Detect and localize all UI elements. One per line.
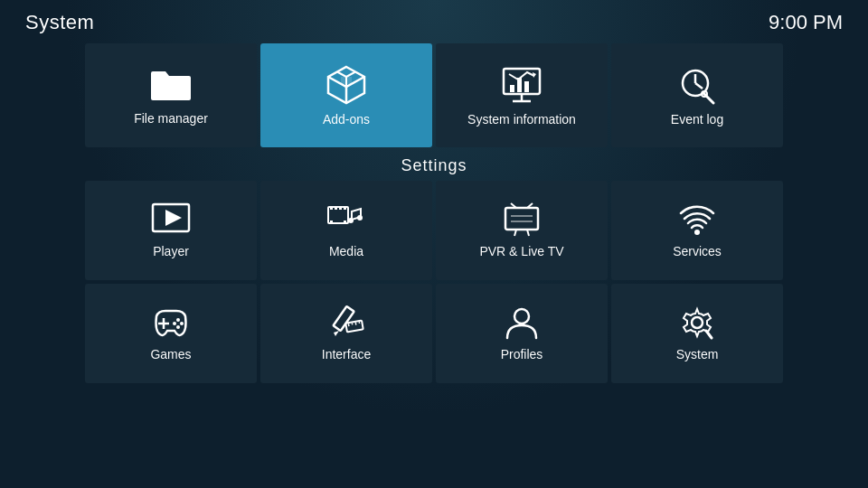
svg-point-40	[176, 325, 180, 329]
tile-games-label: Games	[150, 347, 191, 361]
settings-section-label: Settings	[0, 156, 868, 175]
tile-system-information-label: System information	[467, 112, 576, 127]
tile-system-information[interactable]: System information	[436, 43, 608, 147]
svg-rect-41	[333, 306, 354, 331]
svg-line-13	[695, 83, 703, 89]
header: System 9:00 PM	[0, 0, 868, 42]
play-icon	[151, 202, 191, 237]
svg-marker-17	[165, 210, 182, 226]
svg-rect-27	[505, 208, 538, 230]
tile-add-ons-label: Add-ons	[323, 112, 370, 127]
tv-icon	[502, 202, 542, 237]
svg-rect-21	[339, 207, 342, 210]
pencil-icon	[326, 305, 366, 340]
svg-point-48	[514, 309, 529, 324]
tile-system[interactable]: System	[611, 284, 783, 383]
wifi-icon	[677, 202, 717, 237]
app-title: System	[25, 11, 94, 34]
tile-interface-label: Interface	[322, 347, 371, 361]
clock: 9:00 PM	[769, 11, 843, 34]
svg-rect-9	[524, 81, 529, 92]
svg-rect-22	[344, 207, 346, 210]
tile-player-label: Player	[153, 244, 189, 258]
tile-pvr-live-tv-label: PVR & Live TV	[479, 244, 563, 258]
tile-interface[interactable]: Interface	[260, 284, 432, 383]
tile-services[interactable]: Services	[611, 181, 783, 280]
folder-icon	[149, 66, 193, 104]
svg-point-39	[173, 322, 176, 325]
svg-rect-23	[330, 221, 333, 223]
svg-rect-7	[510, 85, 514, 92]
gamepad-icon	[151, 305, 191, 340]
tile-media-label: Media	[329, 244, 363, 258]
tile-event-log[interactable]: Event log	[611, 43, 783, 147]
person-icon	[502, 305, 542, 340]
svg-rect-3	[341, 77, 352, 84]
media-icon	[326, 202, 366, 237]
settings-grid: Player Media	[0, 181, 868, 383]
svg-rect-19	[330, 207, 333, 210]
tile-file-manager-label: File manager	[134, 111, 208, 126]
chart-icon	[500, 65, 543, 105]
svg-point-37	[176, 318, 180, 322]
svg-marker-10	[533, 72, 536, 78]
svg-point-49	[692, 317, 703, 328]
tile-add-ons[interactable]: Add-ons	[260, 43, 432, 147]
tile-services-label: Services	[673, 244, 722, 258]
tile-media[interactable]: Media	[260, 181, 432, 280]
tile-system-label: System	[676, 347, 719, 361]
tile-event-log-label: Event log	[671, 112, 723, 127]
top-tiles-row: File manager Add-ons	[0, 43, 868, 147]
tile-games[interactable]: Games	[85, 284, 257, 383]
tile-profiles-label: Profiles	[501, 347, 543, 361]
svg-marker-42	[334, 331, 339, 336]
svg-line-44	[348, 324, 349, 326]
svg-rect-24	[344, 221, 346, 223]
box-icon	[325, 65, 368, 105]
tile-file-manager[interactable]: File manager	[85, 43, 257, 147]
svg-line-46	[355, 323, 356, 325]
clock-search-icon	[675, 65, 719, 105]
tile-pvr-live-tv[interactable]: PVR & Live TV	[436, 181, 608, 280]
tile-profiles[interactable]: Profiles	[436, 284, 608, 383]
svg-point-34	[694, 230, 700, 235]
svg-point-25	[348, 218, 354, 223]
tile-player[interactable]: Player	[85, 181, 257, 280]
gear-icon	[677, 305, 717, 340]
svg-rect-20	[335, 207, 337, 210]
main-page: System 9:00 PM File manager	[0, 0, 868, 488]
svg-point-38	[180, 322, 184, 325]
svg-point-26	[357, 215, 363, 221]
